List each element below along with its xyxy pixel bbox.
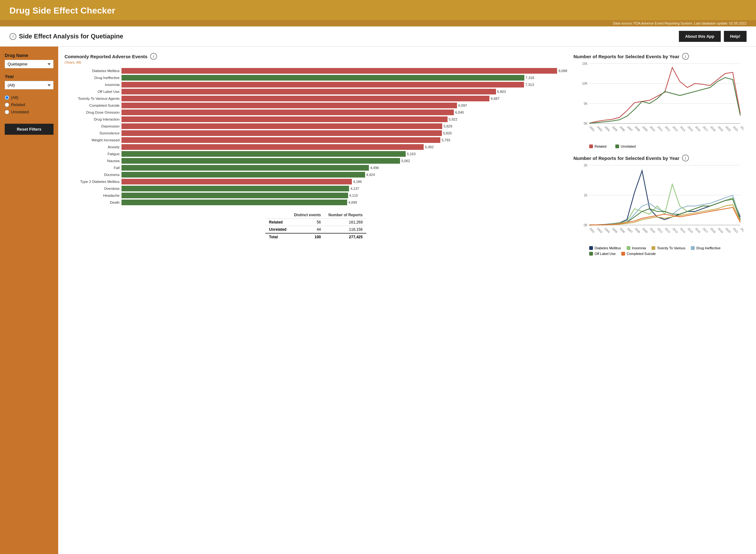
bar-fill xyxy=(121,200,347,205)
bar-label: Off Label Use xyxy=(64,90,120,94)
table-cell-name: Unrelated xyxy=(265,226,290,233)
table-cell-events: 100 xyxy=(290,233,325,240)
svg-text:0K: 0K xyxy=(584,122,588,125)
svg-text:2017: 2017 xyxy=(702,125,709,132)
bar-label: Anxiety xyxy=(64,145,120,149)
svg-text:2001: 2001 xyxy=(589,227,595,233)
bar-fill xyxy=(121,123,442,129)
bar-value: 6,687 xyxy=(491,97,500,100)
table-cell-reports: 116,156 xyxy=(325,226,367,233)
bar-value: 4,099 xyxy=(348,201,357,204)
bar-label: Diabetes Mellitus xyxy=(64,69,120,73)
bar-track: 7,318 xyxy=(121,75,567,80)
sub-header: i Side Effect Analysis for Quetiapine Ab… xyxy=(0,26,756,47)
table-cell-events: 44 xyxy=(290,226,325,233)
year-select[interactable]: (All) 2001200320042005 2006200720082009 … xyxy=(5,81,54,90)
bar-label: Somnolence xyxy=(64,131,120,135)
bar-track: 4,115 xyxy=(121,192,567,198)
bar-row: Toxicity To Various Agents 6,687 xyxy=(64,96,567,101)
title-info-icon: i xyxy=(9,33,16,40)
svg-text:2014: 2014 xyxy=(680,227,686,233)
line-chart-1-legend: Related Unrelated xyxy=(589,145,750,148)
svg-text:2009: 2009 xyxy=(642,125,648,132)
bar-fill xyxy=(121,110,454,115)
svg-text:2019: 2019 xyxy=(717,227,724,233)
bar-label: Depression xyxy=(64,124,120,128)
bar-label: Fall xyxy=(64,166,120,170)
right-panel: Number of Reports for Selected Events by… xyxy=(573,53,750,554)
help-button[interactable]: Help! xyxy=(724,31,747,42)
table-cell-reports: 161,269 xyxy=(325,219,367,226)
bar-value: 4,186 xyxy=(353,180,362,183)
svg-text:2022: 2022 xyxy=(740,227,743,233)
bar-value: 8,098 xyxy=(558,69,567,73)
bar-chart-title-text: Commonly Reported Adverse Events xyxy=(64,54,148,59)
svg-text:2011: 2011 xyxy=(657,227,663,233)
table-row: Related 56 161,269 xyxy=(265,219,366,226)
bar-value: 5,922 xyxy=(449,117,458,121)
bar-row: Drug Ineffective 7,318 xyxy=(64,75,567,80)
bar-value: 6,097 xyxy=(458,104,467,107)
svg-text:2005: 2005 xyxy=(612,125,618,132)
bar-fill xyxy=(121,68,557,74)
radio-all[interactable]: (All) xyxy=(5,95,54,100)
bar-row: Drug Dose Omission 6,040 xyxy=(64,110,567,115)
bar-fill xyxy=(121,96,489,101)
line-chart-1-info-icon: i xyxy=(682,53,689,60)
bar-row: Completed Suicide 6,097 xyxy=(64,103,567,108)
radio-unrelated[interactable]: Unrelated xyxy=(5,110,54,114)
svg-text:2005: 2005 xyxy=(612,227,618,233)
bar-chart-info-icon: i xyxy=(150,53,157,60)
svg-text:2003: 2003 xyxy=(596,125,603,132)
bar-track: 6,803 xyxy=(121,89,567,95)
svg-text:2003: 2003 xyxy=(596,227,603,233)
table-col-events: Distinct events xyxy=(290,212,325,219)
bar-track: 4,186 xyxy=(121,179,567,184)
bar-fill xyxy=(121,172,365,177)
bar-chart-title: Commonly Reported Adverse Events i xyxy=(64,53,567,60)
bar-row: Overdose 4,137 xyxy=(64,186,567,191)
bar-label: Toxicity To Various Agents xyxy=(64,97,120,100)
legend-off-label: Off Label Use xyxy=(589,252,616,256)
svg-text:2015: 2015 xyxy=(687,125,694,132)
filter-radio-group: (All) Related Unrelated xyxy=(5,95,54,114)
line-chart-2-svg: 0K1K2K2001200320042005200620072008200920… xyxy=(573,162,743,244)
drug-name-select[interactable]: Quetiapine xyxy=(5,60,54,68)
bar-chart-section: Commonly Reported Adverse Events i (Year… xyxy=(64,53,567,205)
svg-text:2K: 2K xyxy=(584,164,588,167)
bar-row: Type 2 Diabetes Mellitus 4,186 xyxy=(64,179,567,184)
bar-value: 7,313 xyxy=(525,83,534,87)
bar-label: Drug Dose Omission xyxy=(64,110,120,114)
bar-value: 6,803 xyxy=(497,90,506,94)
bar-value: 6,040 xyxy=(455,110,464,114)
svg-text:2010: 2010 xyxy=(649,125,656,132)
about-button[interactable]: About this App xyxy=(679,31,721,42)
svg-text:2006: 2006 xyxy=(619,227,626,233)
reset-filters-button[interactable]: Reset Filters xyxy=(5,124,54,135)
line-chart-2-info-icon: i xyxy=(682,155,689,162)
content-area: Commonly Reported Adverse Events i (Year… xyxy=(58,47,756,554)
bar-label: Overdose xyxy=(64,187,120,190)
bar-row: Anxiety 5,492 xyxy=(64,144,567,150)
bar-value: 5,062 xyxy=(401,159,410,163)
bar-value: 5,163 xyxy=(407,152,416,156)
svg-text:2008: 2008 xyxy=(634,125,641,132)
bar-track: 8,098 xyxy=(121,68,567,74)
bar-track: 5,793 xyxy=(121,137,567,143)
svg-text:2022: 2022 xyxy=(740,125,743,132)
legend-unrelated: Unrelated xyxy=(615,145,636,148)
legend-related-label: Related xyxy=(594,145,606,148)
legend-related: Related xyxy=(589,145,606,148)
bar-fill xyxy=(121,192,348,198)
bar-row: Depression 5,829 xyxy=(64,123,567,129)
radio-related[interactable]: Related xyxy=(5,102,54,107)
bar-track: 5,820 xyxy=(121,130,567,136)
year-label: Year xyxy=(5,74,54,79)
bar-value: 5,793 xyxy=(442,138,450,142)
svg-text:5K: 5K xyxy=(584,102,588,105)
svg-text:10K: 10K xyxy=(582,82,588,85)
line-chart-1-svg: 0K5K10K15K200120032004200520062007200820… xyxy=(573,60,743,142)
svg-text:2021: 2021 xyxy=(733,227,739,233)
bar-value: 4,115 xyxy=(349,193,358,198)
svg-text:2016: 2016 xyxy=(695,125,701,132)
